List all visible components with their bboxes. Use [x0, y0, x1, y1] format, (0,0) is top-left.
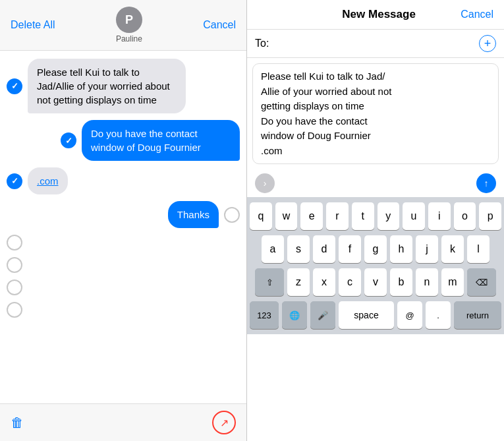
check-circle-4[interactable] — [224, 207, 240, 223]
check-circle-5[interactable] — [7, 235, 22, 250]
to-field-row: To: + — [247, 30, 504, 58]
share-icon: ↗ — [220, 417, 229, 429]
left-panel: Delete All P Pauline Cancel Please tell … — [0, 0, 247, 441]
keyboard-row-2: a s d f g h j k l — [250, 235, 501, 263]
key-p[interactable]: p — [479, 202, 501, 230]
compose-text: Please tell Kui to talk to Jad/ Allie of… — [261, 69, 490, 158]
key-return[interactable]: return — [454, 301, 501, 329]
table-row: Thanks — [7, 201, 240, 228]
key-123[interactable]: 123 — [250, 301, 279, 329]
check-circle-3[interactable] — [7, 173, 22, 189]
key-globe[interactable]: 🌐 — [282, 301, 307, 329]
cancel-button-right[interactable]: Cancel — [461, 9, 493, 20]
link-text[interactable]: .com — [37, 175, 59, 187]
bubble-received-1: Please tell Kui to talk to Jad/Allie of … — [28, 59, 186, 113]
keyboard-row-3: ⇧ z x c v b n m ⌫ — [250, 268, 501, 296]
to-label: To: — [255, 38, 269, 49]
key-at[interactable]: @ — [397, 301, 422, 329]
table-row: .com — [7, 167, 240, 194]
share-button[interactable]: ↗ — [212, 411, 236, 434]
key-mic[interactable]: 🎤 — [310, 301, 335, 329]
compose-box[interactable]: Please tell Kui to talk to Jad/ Allie of… — [252, 63, 499, 164]
key-x[interactable]: x — [313, 268, 335, 296]
compose-actions: › ↑ — [247, 169, 504, 197]
send-icon: ↑ — [484, 178, 489, 189]
check-circle-2[interactable] — [61, 132, 76, 148]
bubble-sent-1: Do you have the contact window of Doug F… — [82, 120, 240, 161]
key-t[interactable]: t — [352, 202, 374, 230]
key-z[interactable]: z — [287, 268, 310, 296]
keyboard-row-1: q w e r t y u i o p — [250, 202, 501, 230]
avatar: P — [116, 7, 142, 33]
key-n[interactable]: n — [416, 268, 438, 296]
key-delete[interactable]: ⌫ — [467, 268, 496, 296]
contact-info: P Pauline — [116, 7, 142, 44]
key-l[interactable]: l — [467, 235, 490, 263]
to-input[interactable] — [273, 38, 475, 49]
key-g[interactable]: g — [364, 235, 387, 263]
empty-row-3 — [7, 279, 240, 295]
check-circle-1[interactable] — [7, 78, 22, 94]
key-d[interactable]: d — [313, 235, 335, 263]
bubble-link: .com — [28, 167, 68, 194]
delete-all-button[interactable]: Delete All — [11, 19, 55, 31]
send-button[interactable]: ↑ — [476, 173, 496, 193]
compose-area: Please tell Kui to talk to Jad/ Allie of… — [247, 58, 504, 441]
key-c[interactable]: c — [339, 268, 361, 296]
key-m[interactable]: m — [441, 268, 464, 296]
check-circle-8[interactable] — [7, 302, 22, 318]
left-footer: 🗑 ↗ — [0, 403, 246, 441]
left-header: Delete All P Pauline Cancel — [0, 0, 246, 51]
key-w[interactable]: w — [275, 202, 298, 230]
key-period[interactable]: . — [426, 301, 451, 329]
empty-row-2 — [7, 257, 240, 273]
new-message-title: New Message — [342, 8, 416, 21]
bubble-sent-thanks: Thanks — [168, 201, 219, 228]
key-s[interactable]: s — [287, 235, 310, 263]
expand-button[interactable]: › — [255, 173, 275, 193]
key-a[interactable]: a — [262, 235, 284, 263]
keyboard-bottom-row: 123 🌐 🎤 space @ . return — [250, 301, 501, 329]
key-o[interactable]: o — [454, 202, 476, 230]
key-q[interactable]: q — [250, 202, 272, 230]
table-row: Please tell Kui to talk to Jad/Allie of … — [7, 59, 240, 113]
keyboard: q w e r t y u i o p a s d f g h j k — [247, 197, 504, 334]
contact-name: Pauline — [116, 34, 142, 44]
key-j[interactable]: j — [416, 235, 438, 263]
key-v[interactable]: v — [364, 268, 387, 296]
key-y[interactable]: y — [378, 202, 400, 230]
key-shift[interactable]: ⇧ — [255, 268, 284, 296]
messages-area: Please tell Kui to talk to Jad/Allie of … — [0, 51, 246, 403]
key-e[interactable]: e — [300, 202, 323, 230]
plus-icon: + — [484, 38, 491, 49]
check-circle-7[interactable] — [7, 279, 22, 295]
chevron-right-icon: › — [264, 178, 267, 189]
key-u[interactable]: u — [403, 202, 425, 230]
right-panel: New Message Cancel To: + Please tell Kui… — [247, 0, 504, 441]
empty-row-4 — [7, 302, 240, 318]
key-r[interactable]: r — [326, 202, 349, 230]
key-k[interactable]: k — [441, 235, 464, 263]
empty-row-1 — [7, 235, 240, 250]
key-space[interactable]: space — [339, 301, 394, 329]
cancel-button-left[interactable]: Cancel — [203, 19, 236, 31]
table-row: Do you have the contact window of Doug F… — [7, 120, 240, 161]
check-circle-6[interactable] — [7, 257, 22, 273]
key-h[interactable]: h — [390, 235, 412, 263]
key-f[interactable]: f — [339, 235, 361, 263]
trash-icon[interactable]: 🗑 — [11, 415, 24, 430]
add-recipient-button[interactable]: + — [479, 35, 496, 52]
key-i[interactable]: i — [428, 202, 451, 230]
right-header: New Message Cancel — [247, 0, 504, 30]
key-b[interactable]: b — [390, 268, 412, 296]
